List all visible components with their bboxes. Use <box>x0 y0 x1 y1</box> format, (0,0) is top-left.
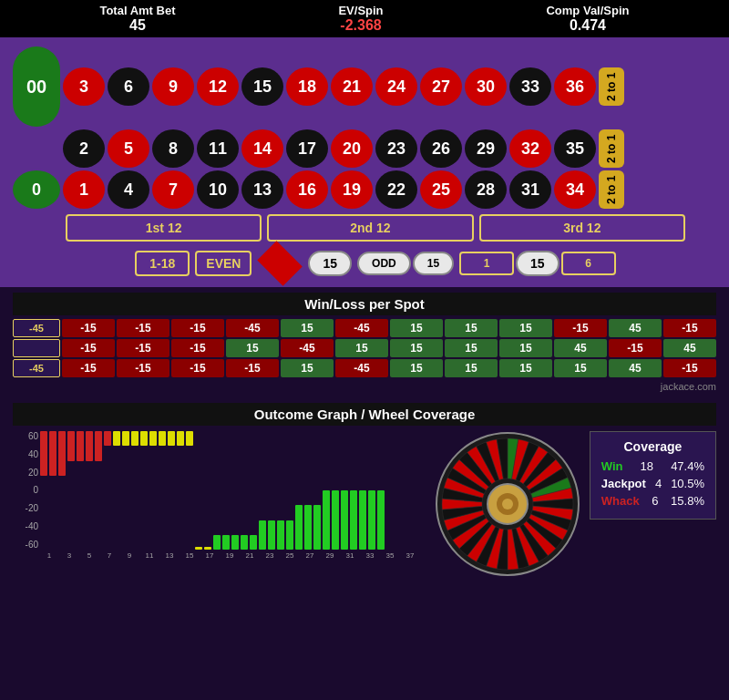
number-23[interactable]: 23 <box>375 129 417 168</box>
bar-18 <box>204 547 211 550</box>
wl-cell-1-4: -45 <box>281 339 334 357</box>
x-axis-labels: 135791113151719212325272931333537 <box>13 551 426 560</box>
col-2to1-mid[interactable]: 2 to 1 <box>599 129 624 168</box>
bar-25 <box>268 520 275 551</box>
number-28[interactable]: 28 <box>465 170 507 209</box>
wl-cell-0-7: 15 <box>445 319 498 337</box>
number-20[interactable]: 20 <box>331 129 373 168</box>
wl-cell-1-1: -15 <box>117 339 169 357</box>
number-9[interactable]: 9 <box>152 67 194 106</box>
number-33[interactable]: 33 <box>509 67 551 106</box>
chip-odd-value[interactable]: 15 <box>413 252 454 275</box>
bar-24 <box>259 520 266 551</box>
roulette-wheel <box>435 431 580 577</box>
number-18[interactable]: 18 <box>286 67 328 106</box>
third-12-bet[interactable]: 3rd 12 <box>479 214 685 242</box>
outcome-section: Outcome Graph / Wheel Coverage 60 40 20 … <box>0 397 729 582</box>
even-bet[interactable]: EVEN <box>195 251 252 276</box>
bar-2 <box>58 431 66 476</box>
number-8[interactable]: 8 <box>152 129 194 168</box>
wl-cell-0-4: 15 <box>281 319 334 337</box>
ev-spin-label: EV/Spin <box>338 4 383 17</box>
bar-12 <box>149 431 157 446</box>
x-label-1: 1 <box>40 551 58 560</box>
grid-row-2: 2 5 8 11 14 17 20 23 26 29 32 35 2 to 1 <box>13 129 716 168</box>
number-26[interactable]: 26 <box>420 129 462 168</box>
one-18-bet[interactable]: 1-18 <box>135 251 190 276</box>
chip-15-center[interactable]: 15 <box>308 251 352 276</box>
odd-bet-group[interactable]: ODD 15 <box>357 252 454 275</box>
wl-cell-0-1: -15 <box>117 319 169 337</box>
number-16[interactable]: 16 <box>286 170 328 209</box>
number-21[interactable]: 21 <box>331 67 373 106</box>
red-diamond[interactable] <box>257 247 303 280</box>
bar-20 <box>222 535 230 550</box>
bar-0 <box>40 431 47 476</box>
number-36[interactable]: 36 <box>554 67 596 106</box>
wl-cell-0-9: -15 <box>554 319 607 337</box>
number-31[interactable]: 31 <box>509 170 551 209</box>
whack-label: Whack <box>601 494 640 508</box>
number-4[interactable]: 4 <box>108 170 149 209</box>
wl-cell-1-5: 15 <box>335 339 388 357</box>
number-25[interactable]: 25 <box>420 170 462 209</box>
chip-odd-label[interactable]: ODD <box>357 252 411 275</box>
first-12-bet[interactable]: 1st 12 <box>66 214 262 242</box>
x-label-11: 11 <box>140 551 159 560</box>
nineteen-36-bet-group[interactable]: 1 15 6 <box>459 251 616 276</box>
number-2[interactable]: 2 <box>63 129 105 168</box>
nineteen-36-label[interactable]: 1 <box>459 252 514 275</box>
number-6[interactable]: 6 <box>108 67 149 106</box>
second-12-bet[interactable]: 2nd 12 <box>267 214 473 242</box>
col-2to1-bot[interactable]: 2 to 1 <box>599 170 624 209</box>
wl-cell-1-10: -15 <box>609 339 662 357</box>
number-12[interactable]: 12 <box>197 67 239 106</box>
thirty-6-label[interactable]: 6 <box>561 252 616 275</box>
x-label-17: 17 <box>200 551 219 560</box>
jackace-label: jackace.com <box>13 379 716 394</box>
total-amt-bet-label: Total Amt Bet <box>99 4 175 17</box>
diamond-icon <box>258 241 303 285</box>
bar-9 <box>122 431 129 446</box>
win-label: Win <box>601 459 623 473</box>
number-13[interactable]: 13 <box>241 170 283 209</box>
number-24[interactable]: 24 <box>375 67 417 106</box>
number-29[interactable]: 29 <box>465 129 507 168</box>
bar-7 <box>104 431 111 446</box>
y-label-20: 20 <box>13 468 38 478</box>
chip-19-36[interactable]: 15 <box>516 251 560 276</box>
roulette-table: 00 3 6 9 12 15 18 21 24 27 30 33 36 2 to… <box>0 37 729 287</box>
win-count: 18 <box>641 459 653 473</box>
wl-cell-0-2: -15 <box>171 319 224 337</box>
number-15[interactable]: 15 <box>241 67 283 106</box>
wl-cell-2-8: 15 <box>499 359 552 377</box>
comp-val-spin-label: Comp Val/Spin <box>546 4 629 17</box>
coverage-jackpot-row: Jackpot 4 10.5% <box>601 477 704 490</box>
number-35[interactable]: 35 <box>554 129 596 168</box>
number-1[interactable]: 1 <box>63 170 105 209</box>
number-30[interactable]: 30 <box>465 67 507 106</box>
number-14[interactable]: 14 <box>241 129 283 168</box>
wl-cell-0-11: -15 <box>663 319 716 337</box>
number-22[interactable]: 22 <box>375 170 417 209</box>
bar-17 <box>195 547 202 550</box>
number-17[interactable]: 17 <box>286 129 328 168</box>
col-2to1-top[interactable]: 2 to 1 <box>599 67 624 106</box>
number-32[interactable]: 32 <box>509 129 551 168</box>
number-34[interactable]: 34 <box>554 170 596 209</box>
x-label-23: 23 <box>261 551 279 560</box>
number-27[interactable]: 27 <box>420 67 462 106</box>
number-10[interactable]: 10 <box>197 170 239 209</box>
number-3[interactable]: 3 <box>63 67 105 106</box>
number-5[interactable]: 5 <box>108 129 149 168</box>
x-label-29: 29 <box>321 551 339 560</box>
number-0[interactable]: 0 <box>13 170 60 209</box>
bar-chart: 60 40 20 0 -20 -40 -60 13579111315171921… <box>13 431 426 577</box>
bar-37 <box>377 490 385 550</box>
number-00[interactable]: 00 <box>13 46 60 127</box>
coverage-title: Coverage <box>601 439 704 454</box>
number-7[interactable]: 7 <box>152 170 194 209</box>
number-19[interactable]: 19 <box>331 170 373 209</box>
roulette-grid: 00 3 6 9 12 15 18 21 24 27 30 33 36 2 to… <box>13 46 716 209</box>
number-11[interactable]: 11 <box>197 129 239 168</box>
